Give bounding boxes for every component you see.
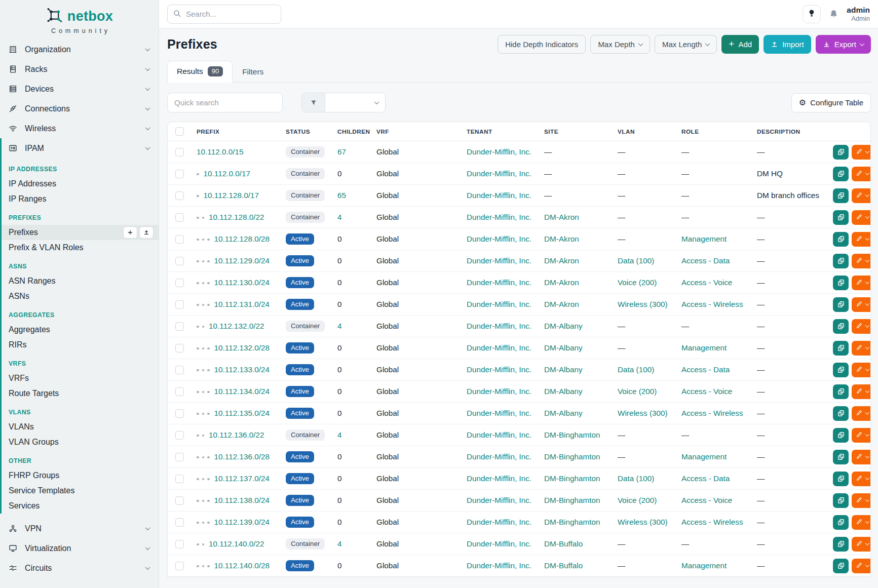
vlan-link[interactable]: Data (100) [618,474,654,483]
tenant-link[interactable]: Dunder-Mifflin, Inc. [467,561,531,570]
site-link[interactable]: DM-Akron [544,300,579,308]
column-header-vrf[interactable]: VRF [371,122,462,141]
row-checkbox[interactable] [175,475,184,483]
clone-button[interactable] [833,210,849,225]
role-link[interactable]: Access - Data [681,474,730,483]
column-header-prefix[interactable]: PREFIX [192,122,281,141]
role-link[interactable]: Access - Wireless [681,518,743,526]
sidebar-item-prefixes[interactable]: Prefixes [2,225,159,240]
row-checkbox[interactable] [175,431,184,440]
add-button[interactable]: +Add [721,35,759,54]
row-checkbox[interactable] [175,279,184,287]
row-checkbox[interactable] [175,148,184,156]
row-checkbox[interactable] [175,344,184,352]
configure-table-button[interactable]: ⚙ Configure Table [791,93,871,112]
edit-button[interactable] [852,167,871,181]
prefix-link[interactable]: 10.112.0.0/17 [204,169,250,178]
vlan-link[interactable]: Wireless (300) [618,300,668,308]
site-link[interactable]: DM-Binghamton [544,496,600,504]
clone-button[interactable] [833,297,849,312]
clone-button[interactable] [833,515,849,530]
edit-button[interactable] [852,406,871,421]
site-link[interactable]: DM-Buffalo [544,561,583,570]
edit-button[interactable] [852,384,871,399]
clone-button[interactable] [833,145,849,160]
tenant-link[interactable]: Dunder-Mifflin, Inc. [467,452,531,461]
row-checkbox[interactable] [175,409,184,418]
edit-button[interactable] [852,515,871,530]
prefix-link[interactable]: 10.112.133.0/24 [214,365,270,374]
tenant-link[interactable]: Dunder-Mifflin, Inc. [467,322,531,330]
prefix-link[interactable]: 10.112.137.0/24 [214,474,270,483]
tenant-link[interactable]: Dunder-Mifflin, Inc. [467,539,531,548]
children-count[interactable]: 67 [337,147,346,156]
clone-button[interactable] [833,472,849,486]
column-header-site[interactable]: SITE [539,122,613,141]
clone-button[interactable] [833,188,849,203]
row-checkbox[interactable] [175,540,184,548]
sidebar-item-devices[interactable]: Devices [0,79,159,99]
site-link[interactable]: DM-Albany [544,409,583,417]
clone-button[interactable] [833,319,849,334]
vlan-link[interactable]: Voice (200) [618,496,657,504]
tenant-link[interactable]: Dunder-Mifflin, Inc. [467,430,531,439]
tenant-link[interactable]: Dunder-Mifflin, Inc. [467,278,531,287]
row-checkbox[interactable] [175,366,184,374]
column-header-status[interactable]: STATUS [281,122,332,141]
prefix-link[interactable]: 10.112.136.0/28 [214,452,270,461]
site-link[interactable]: DM-Akron [544,256,579,265]
children-count[interactable]: 4 [337,213,342,221]
tenant-link[interactable]: Dunder-Mifflin, Inc. [467,213,531,221]
tenant-link[interactable]: Dunder-Mifflin, Inc. [467,256,531,265]
clone-button[interactable] [833,254,849,268]
vlan-link[interactable]: Wireless (300) [618,518,668,526]
row-checkbox[interactable] [175,387,184,396]
edit-button[interactable] [852,210,871,225]
tenant-link[interactable]: Dunder-Mifflin, Inc. [467,169,531,178]
role-link[interactable]: Access - Voice [681,278,732,287]
clone-button[interactable] [833,559,849,573]
vlan-link[interactable]: Voice (200) [618,387,657,396]
tenant-link[interactable]: Dunder-Mifflin, Inc. [467,147,531,156]
sidebar-item-connections[interactable]: Connections [0,99,159,119]
site-link[interactable]: DM-Binghamton [544,474,600,483]
quick-search-input[interactable] [167,93,283,112]
tenant-link[interactable]: Dunder-Mifflin, Inc. [467,300,531,308]
edit-button[interactable] [852,493,871,508]
sidebar-item-ip-addresses[interactable]: IP Addresses [2,176,159,191]
prefix-link[interactable]: 10.112.135.0/24 [214,409,270,417]
edit-button[interactable] [852,297,871,312]
row-checkbox[interactable] [175,170,184,178]
prefix-link[interactable]: 10.112.132.0/28 [214,343,270,352]
edit-button[interactable] [852,232,871,247]
vlan-link[interactable]: Wireless (300) [618,409,668,417]
prefix-link[interactable]: 10.112.128.0/17 [204,191,259,200]
clone-button[interactable] [833,406,849,421]
site-link[interactable]: DM-Binghamton [544,518,600,526]
hide-depth-indicators-button[interactable]: Hide Depth Indicators [498,35,586,54]
clone-button[interactable] [833,363,849,377]
column-header-description[interactable]: DESCRIPTION [752,122,828,141]
sidebar-item-route-targets[interactable]: Route Targets [2,386,159,401]
theme-toggle-button[interactable] [803,5,821,23]
add-prefix-button[interactable] [123,226,137,239]
edit-button[interactable] [852,145,871,160]
children-count[interactable]: 4 [337,539,342,548]
role-link[interactable]: Access - Data [681,365,730,374]
sidebar-item-ip-ranges[interactable]: IP Ranges [2,191,159,207]
prefix-link[interactable]: 10.112.132.0/22 [209,322,264,330]
role-link[interactable]: Access - Voice [681,387,732,396]
sidebar-item-virtualization[interactable]: Virtualization [0,538,159,558]
max-length-dropdown[interactable]: Max Length [655,35,717,54]
select-all-checkbox[interactable] [175,127,184,136]
site-link[interactable]: DM-Binghamton [544,430,600,439]
import-prefixes-button[interactable] [139,226,154,239]
row-checkbox[interactable] [175,322,184,331]
clone-button[interactable] [833,537,849,552]
vlan-link[interactable]: Voice (200) [618,278,657,287]
row-checkbox[interactable] [175,213,184,222]
export-button[interactable]: Export [816,35,871,54]
edit-button[interactable] [852,363,871,377]
tenant-link[interactable]: Dunder-Mifflin, Inc. [467,409,531,417]
tenant-link[interactable]: Dunder-Mifflin, Inc. [467,234,531,243]
